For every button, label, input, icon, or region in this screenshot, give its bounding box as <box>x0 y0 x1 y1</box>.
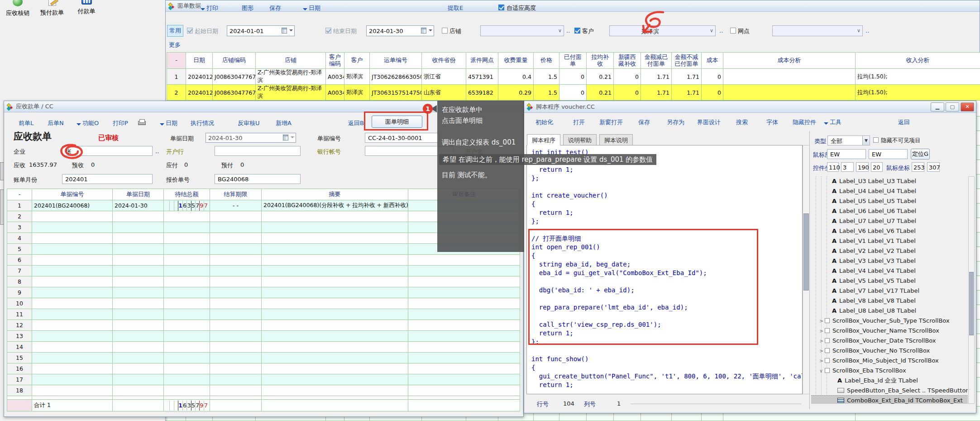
tree-item[interactable]: ComboBox_Ext_Eba_Id TComboBox_Ext <box>811 396 968 404</box>
desktop-item-3[interactable]: 付款单 <box>72 0 101 15</box>
tab-script[interactable]: 脚本程序 <box>527 134 560 145</box>
tree-item[interactable]: ALabel_U7 Label_U7 TLabel <box>811 216 968 226</box>
tree-item[interactable]: >ScrollBox_Mio_Subject_Id TScrollBox <box>811 356 968 366</box>
header-cell[interactable]: 运单编号 <box>370 53 422 69</box>
end-date-checkbox[interactable] <box>325 28 331 34</box>
tree-item[interactable]: >ScrollBox_Voucher_No TScrollBox <box>811 346 968 356</box>
cell[interactable] <box>210 320 262 331</box>
cell[interactable] <box>262 385 408 396</box>
cell[interactable] <box>262 331 408 342</box>
tree-item[interactable]: ALabel_U5 Label_U5 TLabel <box>811 196 968 206</box>
cell[interactable] <box>32 353 113 363</box>
cell[interactable]: 0 <box>614 69 641 85</box>
amount-cell[interactable] <box>164 266 210 276</box>
desktop-item-1[interactable]: 应收核销 <box>3 0 33 17</box>
cell[interactable] <box>408 342 520 353</box>
date-menu[interactable]: 日期 <box>303 4 320 12</box>
branch-checkbox[interactable] <box>730 28 736 34</box>
amount-cell[interactable] <box>164 233 210 244</box>
tree-item[interactable]: ALabel_V8 Label_V8 TLabel <box>811 296 968 306</box>
cell[interactable] <box>262 276 408 287</box>
cell[interactable]: 16 <box>7 363 32 374</box>
code-scrollbar[interactable] <box>803 145 810 394</box>
cell[interactable] <box>113 363 164 374</box>
init-button[interactable]: 初始化 <box>535 118 553 126</box>
save-button[interactable]: 保存 <box>269 4 281 12</box>
tree-scrollbar[interactable] <box>968 176 975 404</box>
header-cell[interactable]: 客户编码 <box>326 53 344 69</box>
amount-cell[interactable] <box>164 374 210 385</box>
cell[interactable]: 2 <box>167 85 186 101</box>
cell[interactable]: 山东省 <box>422 85 466 101</box>
close-button[interactable]: ✕ <box>961 102 974 111</box>
table-row[interactable]: 16 <box>7 363 520 374</box>
tree-item[interactable]: SpeedButton_Eba_Select .. TSpeedButton <box>811 386 968 396</box>
tools-menu[interactable]: 工具 <box>824 118 841 126</box>
cell[interactable] <box>210 266 262 276</box>
cell[interactable]: 0 <box>702 69 723 85</box>
amount-cell[interactable] <box>164 363 210 374</box>
amount-cell[interactable] <box>164 331 210 342</box>
cell[interactable]: 郑泽滨 <box>344 85 370 101</box>
cell[interactable] <box>32 320 113 331</box>
cell[interactable]: 6539182 <box>466 85 498 101</box>
branch-dropdown[interactable]: ∨ <box>772 25 863 36</box>
execution-status-link[interactable]: 执行情况 <box>191 119 214 127</box>
header-cell[interactable]: 拉均补收 <box>587 53 614 69</box>
cell[interactable] <box>113 374 164 385</box>
begin-date-checkbox[interactable] <box>187 28 193 34</box>
cell[interactable] <box>32 266 113 276</box>
cell[interactable]: 1.71 <box>641 85 672 101</box>
tree-item[interactable]: >ScrollBox_Voucher_Sub_Type TScrollBox <box>811 316 968 326</box>
cell[interactable] <box>210 374 262 385</box>
scrollbar-thumb[interactable] <box>969 272 974 335</box>
cell[interactable] <box>32 255 113 266</box>
cell[interactable]: 17 <box>7 374 32 385</box>
cell[interactable]: 20240129 <box>186 85 213 101</box>
tree-item[interactable]: ALabel_U8 Label_U8 TLabel <box>811 306 968 316</box>
hide-controls-button[interactable]: 隐藏控件 <box>793 118 816 126</box>
hide-invisible-checkbox[interactable] <box>873 137 879 143</box>
cell[interactable] <box>32 331 113 342</box>
cell[interactable] <box>113 222 164 233</box>
cell[interactable]: 202401(BG240068) <box>32 200 113 211</box>
table-row[interactable]: 11 <box>7 309 520 320</box>
cell[interactable] <box>210 353 262 363</box>
header-cell[interactable]: 日期 <box>186 53 213 69</box>
cell[interactable]: 2 <box>7 211 32 222</box>
amount-cell[interactable] <box>164 353 210 363</box>
save-button[interactable]: 保存 <box>638 118 650 126</box>
header-cell[interactable]: 新疆西藏补收 <box>614 53 641 69</box>
header-cell[interactable]: 成本分析 <box>723 53 856 69</box>
cell[interactable]: JT3062628663050 <box>370 69 422 85</box>
cell[interactable]: JT3063157514750 <box>370 85 422 101</box>
printer-icon[interactable] <box>138 119 146 125</box>
branch-more-dots[interactable]: .. <box>865 27 869 34</box>
next-doc-button[interactable]: 后单N <box>48 119 64 127</box>
customer-checkbox[interactable] <box>574 28 580 34</box>
collapsed-icon[interactable]: > <box>819 356 825 366</box>
cell[interactable]: 11 <box>7 309 32 320</box>
cell[interactable] <box>408 320 520 331</box>
bank-field[interactable] <box>215 146 301 156</box>
add-new-button[interactable]: 新增A <box>276 119 292 127</box>
cell[interactable] <box>113 233 164 244</box>
table-row[interactable]: 8 <box>7 276 520 287</box>
cell[interactable]: J00863047767 <box>213 85 256 101</box>
cell[interactable]: J00863047767 <box>213 69 256 85</box>
amount-cell[interactable] <box>164 222 210 233</box>
cell[interactable]: 浙江省 <box>422 69 466 85</box>
collapsed-icon[interactable]: > <box>819 316 825 326</box>
cell[interactable] <box>113 309 164 320</box>
cell[interactable] <box>262 233 408 244</box>
cell[interactable] <box>210 211 262 222</box>
cell[interactable]: 1 <box>167 69 186 85</box>
cell[interactable] <box>32 276 113 287</box>
cell[interactable]: 0.4 <box>498 69 534 85</box>
header-cell[interactable]: 成本 <box>702 53 723 69</box>
cell[interactable]: 20240129 <box>186 69 213 85</box>
cell[interactable]: 5 <box>7 244 32 255</box>
tree-item[interactable]: ALabel_Eba_Id 企业 TLabel <box>811 376 968 386</box>
cell[interactable] <box>408 374 520 385</box>
collapsed-icon[interactable]: > <box>819 326 825 336</box>
